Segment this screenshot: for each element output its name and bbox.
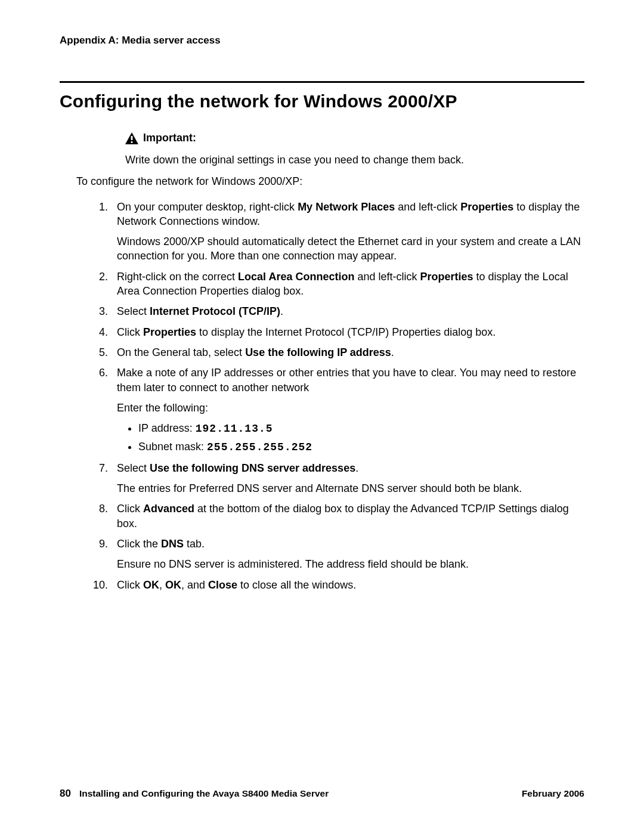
text-run: to close all the windows. <box>237 579 356 591</box>
step-text: Windows 2000/XP should automatically det… <box>117 234 584 264</box>
step-5: On the General tab, select Use the follo… <box>111 345 584 360</box>
text-run: tab. <box>184 538 205 550</box>
list-item: Subnet mask: 255.255.255.252 <box>138 439 584 454</box>
step-8: Click Advanced at the bottom of the dial… <box>111 501 584 531</box>
step-text: Enter the following: <box>117 401 584 415</box>
step-text: Click OK, OK, and Close to close all the… <box>117 578 584 592</box>
step-10: Click OK, OK, and Close to close all the… <box>111 578 584 592</box>
callout-label: Important: <box>143 132 196 144</box>
text-run: . <box>355 462 358 474</box>
bold-run: Advanced <box>143 503 194 515</box>
page-footer: 80 Installing and Configuring the Avaya … <box>60 788 584 800</box>
code-run: 255.255.255.252 <box>207 441 312 453</box>
svg-rect-2 <box>131 141 133 143</box>
document-page: Appendix A: Media server access Configur… <box>0 0 644 833</box>
bold-run: Properties <box>143 326 196 338</box>
svg-rect-1 <box>131 136 133 140</box>
step-6: Make a note of any IP addresses or other… <box>111 366 584 454</box>
text-run: Select <box>117 462 150 474</box>
warning-icon <box>125 132 138 144</box>
callout-text: Write down the original settings in case… <box>125 153 584 167</box>
footer-date: February 2006 <box>522 788 584 799</box>
text-run: , and <box>181 579 208 591</box>
text-run: . <box>391 346 394 358</box>
step-1: On your computer desktop, right-click My… <box>111 200 584 264</box>
step-text: On your computer desktop, right-click My… <box>117 200 584 229</box>
footer-title: Installing and Configuring the Avaya S84… <box>79 788 329 799</box>
text-run: , <box>159 579 165 591</box>
step-text: Ensure no DNS server is administered. Th… <box>117 557 584 571</box>
step-text: Right-click on the correct Local Area Co… <box>117 270 584 299</box>
text-run: and left-click <box>395 201 460 213</box>
step-text: Select Use the following DNS server addr… <box>117 461 584 475</box>
list-item: IP address: 192.11.13.5 <box>138 421 584 436</box>
text-run: Subnet mask: <box>138 441 207 453</box>
bold-run: Properties <box>420 271 473 283</box>
bold-run: Local Area Connection <box>238 271 354 283</box>
step-text: Click Advanced at the bottom of the dial… <box>117 501 584 531</box>
bold-run: OK <box>165 579 181 591</box>
page-number: 80 <box>60 788 71 800</box>
bold-run: OK <box>143 579 159 591</box>
bold-run: Properties <box>460 201 513 213</box>
step-3: Select Internet Protocol (TCP/IP). <box>111 304 584 318</box>
text-run: Click <box>117 579 143 591</box>
step-text: Select Internet Protocol (TCP/IP). <box>117 304 584 318</box>
bold-run: Use the following DNS server addresses <box>150 462 355 474</box>
sub-bullets: IP address: 192.11.13.5 Subnet mask: 255… <box>117 421 584 455</box>
bold-run: Close <box>208 579 237 591</box>
step-2: Right-click on the correct Local Area Co… <box>111 270 584 299</box>
step-4: Click Properties to display the Internet… <box>111 325 584 339</box>
text-run: Select <box>117 305 150 317</box>
step-text: On the General tab, select Use the follo… <box>117 345 584 360</box>
text-run: . <box>280 305 283 317</box>
text-run: On your computer desktop, right-click <box>117 201 298 213</box>
section-rule <box>60 81 584 83</box>
step-7: Select Use the following DNS server addr… <box>111 461 584 496</box>
footer-left: 80 Installing and Configuring the Avaya … <box>60 788 329 800</box>
text-run: Click the <box>117 538 161 550</box>
text-run: Right-click on the correct <box>117 271 238 283</box>
step-9: Click the DNS tab. Ensure no DNS server … <box>111 537 584 572</box>
running-header: Appendix A: Media server access <box>60 35 584 47</box>
text-run: Click <box>117 503 143 515</box>
bold-run: Internet Protocol (TCP/IP) <box>150 305 280 317</box>
step-text: Click the DNS tab. <box>117 537 584 551</box>
steps-list: On your computer desktop, right-click My… <box>60 200 584 592</box>
bold-run: Use the following IP address <box>245 346 391 358</box>
intro-text: To configure the network for Windows 200… <box>76 174 584 188</box>
page-title: Configuring the network for Windows 2000… <box>60 91 584 112</box>
step-text: Make a note of any IP addresses or other… <box>117 366 584 395</box>
step-text: The entries for Preferred DNS server and… <box>117 481 584 496</box>
bold-run: DNS <box>161 538 184 550</box>
bold-run: My Network Places <box>298 201 395 213</box>
step-text: Click Properties to display the Internet… <box>117 325 584 339</box>
text-run: IP address: <box>138 422 196 434</box>
code-run: 192.11.13.5 <box>196 423 273 435</box>
text-run: to display the Internet Protocol (TCP/IP… <box>196 326 496 338</box>
text-run: On the General tab, select <box>117 346 245 358</box>
text-run: and left-click <box>354 271 420 283</box>
text-run: Click <box>117 326 143 338</box>
important-callout: Important: <box>125 132 584 144</box>
